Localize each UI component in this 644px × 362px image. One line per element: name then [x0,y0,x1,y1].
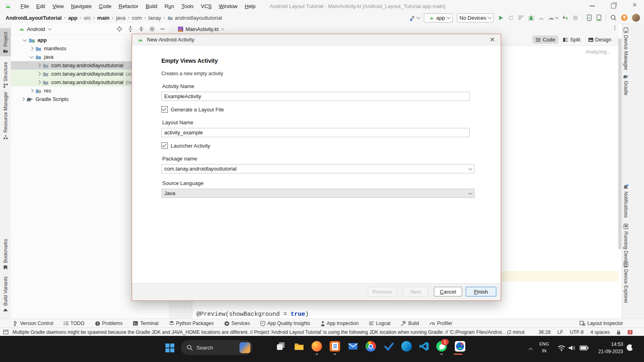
tool-window-app-quality-insights[interactable]: App Quality Insights [260,321,310,326]
menu-window[interactable]: Window [215,3,241,9]
chevron-down-icon[interactable] [30,54,34,58]
breadcrumb-com[interactable]: com [132,15,142,21]
notes-app-icon[interactable] [330,341,340,352]
expand-all-icon[interactable] [128,26,133,32]
tool-window-app-inspection[interactable]: App Inspection [321,321,359,326]
chevron-right-icon[interactable] [30,47,34,51]
status-window-icon[interactable] [3,330,8,334]
task-view-button[interactable] [276,341,286,352]
ide-update-icon[interactable] [621,14,628,21]
menu-help[interactable]: Help [241,3,259,9]
tool-window-terminal[interactable]: Python Packages Terminal [133,321,158,326]
chrome-icon[interactable] [365,341,376,352]
previous-button[interactable]: Previous [368,287,397,296]
tool-window-logcat[interactable]: Logcat [369,321,390,326]
tab-code[interactable]: Code [533,35,558,44]
avatar[interactable] [632,14,640,22]
tab-mainactivity[interactable]: MainActivity.kt × [173,24,227,35]
menu-refactor[interactable]: Refactor [115,3,142,9]
breadcrumb-java[interactable]: java [116,15,126,21]
breadcrumb-src[interactable]: src [84,15,91,21]
focus-assist-moon-icon[interactable] [626,344,634,351]
tool-window-python-packages[interactable]: Python Packages [169,321,214,326]
vscode-icon[interactable] [419,341,429,352]
tab-design[interactable]: Design [585,35,615,44]
breadcrumb-tanay[interactable]: tanay [148,15,161,21]
device-mirror-icon[interactable] [596,14,602,21]
search-highlight-image[interactable] [239,342,250,353]
sidebar-item-resource-manager[interactable]: Resource Manager [0,91,11,140]
rerun-icon[interactable] [508,15,514,21]
breadcrumb-package[interactable]: androidlayouttutorial [175,15,222,21]
run-button[interactable] [498,15,504,21]
line-separator[interactable]: LF [557,329,563,335]
file-explorer-icon[interactable] [294,341,304,352]
sidebar-item-structure[interactable]: Structure [0,62,11,88]
sidebar-item-gradle[interactable]: Gradle [623,74,629,95]
menu-run[interactable]: Run [161,3,178,9]
sidebar-item-project[interactable]: Project [0,28,11,56]
maximize-button[interactable] [611,4,616,8]
debug-icon[interactable] [528,15,534,21]
menu-file[interactable]: File [17,3,33,9]
layout-name-field[interactable] [161,128,470,137]
sidebar-item-device-explorer[interactable]: Device Explorer [623,261,629,303]
close-icon[interactable]: ✕ [490,36,495,43]
profiler-menu-icon[interactable] [548,15,558,21]
chevron-right-icon[interactable] [21,97,25,101]
settings-gear-icon[interactable] [149,26,155,32]
collapse-all-icon[interactable] [138,26,144,32]
run-config-select[interactable]: app [424,13,453,23]
chevron-right-icon[interactable] [37,64,41,68]
editor-scrollbar[interactable] [618,38,621,249]
breadcrumb-app[interactable]: app [68,15,77,21]
firefox-icon[interactable] [312,341,322,352]
run-with-coverage-icon[interactable] [518,15,524,21]
chevron-down-icon[interactable] [23,37,27,41]
wifi-icon[interactable] [557,345,566,351]
breadcrumb-main[interactable]: main [97,15,109,21]
lock-icon[interactable] [617,330,621,335]
code-line-40[interactable]: @Preview(showBackground = true) [196,311,309,318]
source-language-select[interactable]: Java [161,189,475,198]
mail-app-icon[interactable] [348,341,358,352]
sidebar-item-build-variants[interactable]: Build Variants [0,272,11,316]
chevron-right-icon[interactable] [37,72,41,76]
chevron-right-icon[interactable] [30,89,34,93]
clock[interactable]: 14:53 21-09-2023 [591,341,623,355]
sync-project-icon[interactable] [409,15,420,21]
whatsapp-icon[interactable]: 1 [436,341,447,352]
minimize-button[interactable] [590,6,595,6]
chevron-right-icon[interactable] [37,80,41,84]
menu-edit[interactable]: Edit [33,3,49,9]
tool-window-layout-inspector[interactable]: Layout Inspector [580,321,623,326]
menu-navigate[interactable]: Navigate [67,3,95,9]
search-everywhere-icon[interactable] [610,14,617,21]
start-button[interactable] [165,343,175,353]
generate-layout-checkbox[interactable] [161,106,168,113]
menu-build[interactable]: Build [142,3,161,9]
status-message[interactable]: Multiple Gradle daemons might be spawned… [12,329,524,335]
stop-icon[interactable] [573,15,578,21]
battery-icon[interactable] [580,346,588,350]
device-manager-icon[interactable] [586,14,592,21]
todo-check-icon[interactable] [384,341,394,352]
locate-file-icon[interactable] [117,26,122,32]
tool-window-services[interactable]: Services [224,321,250,326]
menu-view[interactable]: View [49,3,67,9]
tool-window-profiler[interactable]: Profiler [429,321,452,326]
close-tab-icon[interactable]: × [221,26,224,32]
notifications-alert-icon[interactable] [627,330,633,335]
sidebar-item-notifications[interactable]: Notifications [623,184,629,218]
finish-button[interactable]: Finish [466,287,496,296]
volume-icon[interactable] [568,345,576,351]
editor-options-icon[interactable]: ⋮ [612,25,618,31]
activity-name-field[interactable] [161,92,470,101]
indent-setting[interactable]: 4 spaces [590,329,610,335]
file-encoding[interactable]: UTF-8 [570,329,584,335]
hide-panel-icon[interactable] [160,27,165,31]
tool-window-build[interactable]: Build [401,321,419,326]
device-select[interactable]: No Devices [457,13,494,23]
package-name-select[interactable]: com.tanay.androidlayouttutorial [161,164,475,173]
tab-split[interactable]: Split [560,35,583,44]
